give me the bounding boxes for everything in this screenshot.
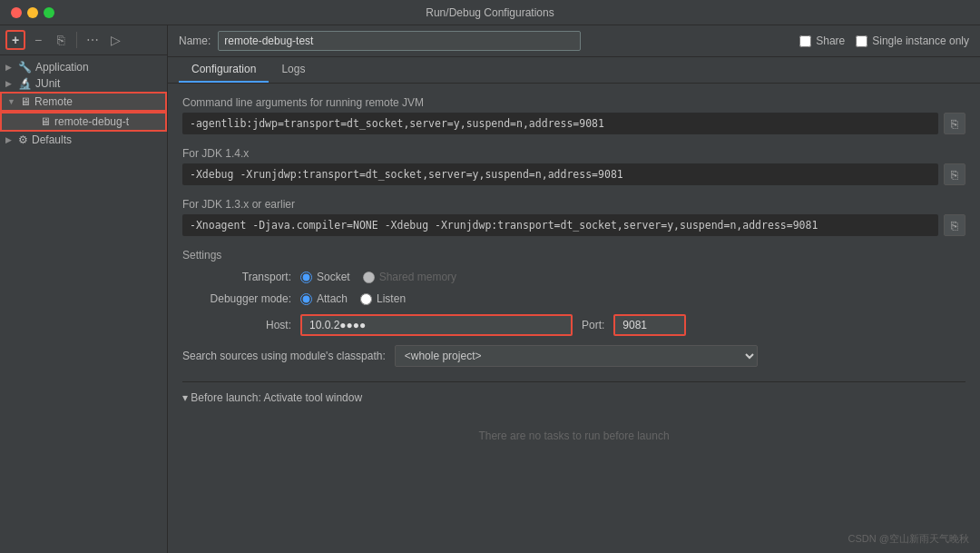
tree-arrow-defaults: ▶	[5, 135, 15, 144]
left-panel: + − ⎘ ⋯ ▷ ▶ 🔧 Application ▶ 🔬 JUnit	[0, 25, 168, 553]
title-bar: Run/Debug Configurations	[0, 0, 980, 25]
defaults-icon: ⚙	[18, 133, 28, 146]
close-button[interactable]	[11, 7, 22, 18]
tree-item-remote[interactable]: ▼ 🖥 Remote	[0, 92, 167, 112]
cmd-jdk13-title: For JDK 1.3.x or earlier	[182, 198, 965, 211]
config-tree: ▶ 🔧 Application ▶ 🔬 JUnit ▼ 🖥 Remote	[0, 55, 167, 553]
name-input[interactable]	[218, 31, 581, 51]
toolbar-separator	[76, 32, 77, 48]
single-instance-label[interactable]: Single instance only	[856, 35, 969, 47]
cmd-jvm-row: -agentlib:jdwp=transport=dt_socket,serve…	[182, 113, 965, 134]
cmd-jdk14-value: -Xdebug -Xrunjdwp:transport=dt_socket,se…	[182, 163, 938, 185]
cmd-jdk13-copy-button[interactable]: ⎘	[944, 214, 965, 236]
single-instance-checkbox[interactable]	[856, 35, 867, 47]
listen-radio-label[interactable]: Listen	[360, 292, 406, 305]
before-launch-section: ▾ Before launch: Activate tool window Th…	[182, 381, 965, 460]
settings-title: Settings	[182, 249, 965, 262]
host-label: Host:	[191, 319, 291, 331]
cmd-jdk13-row: -Xnoagent -Djava.compiler=NONE -Xdebug -…	[182, 214, 965, 236]
tree-item-application[interactable]: ▶ 🔧 Application	[0, 59, 167, 75]
no-tasks-text: There are no tasks to run before launch	[182, 411, 965, 460]
port-label: Port:	[582, 319, 604, 331]
classpath-row: Search sources using module's classpath:…	[182, 345, 965, 367]
tabs: Configuration Logs	[168, 57, 980, 84]
tree-item-junit[interactable]: ▶ 🔬 JUnit	[0, 75, 167, 92]
window-controls[interactable]	[11, 7, 54, 18]
tree-item-remote-debug[interactable]: 🖥 remote-debug-t	[0, 112, 167, 132]
tab-logs[interactable]: Logs	[269, 57, 318, 83]
cmd-jdk14-row: -Xdebug -Xrunjdwp:transport=dt_socket,se…	[182, 163, 965, 185]
right-panel: Name: Share Single instance only Confi	[168, 25, 980, 553]
application-icon: 🔧	[18, 61, 32, 74]
debugger-mode-label: Debugger mode:	[191, 292, 291, 305]
debugger-mode-row: Debugger mode: Attach Listen	[191, 292, 965, 305]
single-instance-text: Single instance only	[872, 35, 969, 47]
cmd-jdk14-copy-button[interactable]: ⎘	[944, 163, 965, 185]
tree-arrow-application: ▶	[5, 63, 15, 72]
transport-radio-group: Socket Shared memory	[300, 271, 456, 283]
tree-arrow-junit: ▶	[5, 79, 15, 88]
tree-label-junit: JUnit	[35, 77, 60, 90]
tree-label-remote-debug: remote-debug-t	[54, 115, 129, 128]
classpath-label: Search sources using module's classpath:	[182, 350, 386, 362]
tree-label-remote: Remote	[34, 95, 73, 108]
shared-memory-radio-text: Shared memory	[379, 271, 456, 283]
shared-memory-radio-label[interactable]: Shared memory	[363, 271, 456, 283]
tree-label-defaults: Defaults	[32, 133, 72, 146]
transport-label: Transport:	[191, 271, 291, 283]
copy-config-button[interactable]: ⎘	[51, 30, 71, 50]
listen-radio[interactable]	[360, 293, 372, 305]
socket-radio[interactable]	[300, 272, 312, 283]
cmd-jvm-copy-button[interactable]: ⎘	[944, 113, 965, 134]
minimize-button[interactable]	[27, 7, 38, 18]
share-area: Share Single instance only	[799, 35, 969, 47]
window-title: Run/Debug Configurations	[426, 6, 554, 19]
transport-row: Transport: Socket Shared memory	[191, 271, 965, 283]
watermark: CSDN @空山新雨天气晚秋	[848, 532, 969, 546]
attach-radio-text: Attach	[317, 292, 348, 305]
tree-arrow-remote: ▼	[7, 97, 16, 106]
share-checkbox-label[interactable]: Share	[799, 35, 845, 47]
shared-memory-radio[interactable]	[363, 272, 375, 283]
classpath-select[interactable]: <whole project>	[395, 345, 758, 367]
move-config-button[interactable]: ⋯	[83, 30, 103, 50]
settings-grid: Transport: Socket Shared memory	[182, 271, 965, 336]
cmd-jvm-value: -agentlib:jdwp=transport=dt_socket,serve…	[182, 113, 938, 134]
attach-radio-label[interactable]: Attach	[300, 292, 348, 305]
share-checkbox[interactable]	[799, 35, 811, 47]
remote-debug-icon: 🖥	[40, 115, 51, 128]
remote-icon: 🖥	[20, 95, 31, 108]
debugger-mode-radio-group: Attach Listen	[300, 292, 406, 305]
before-launch-label: ▾ Before launch: Activate tool window	[182, 391, 362, 404]
attach-radio[interactable]	[300, 293, 312, 305]
tree-item-defaults[interactable]: ▶ ⚙ Defaults	[0, 132, 167, 148]
add-config-button[interactable]: +	[5, 30, 25, 50]
host-port-row: Host: Port:	[191, 314, 965, 336]
left-toolbar: + − ⎘ ⋯ ▷	[0, 25, 167, 55]
port-input[interactable]	[613, 314, 686, 336]
name-label: Name:	[179, 35, 211, 47]
content-area: Command line arguments for running remot…	[168, 84, 980, 553]
host-input[interactable]	[300, 314, 573, 336]
name-bar: Name: Share Single instance only	[168, 25, 980, 57]
socket-radio-text: Socket	[317, 271, 350, 283]
expand-button[interactable]: ▷	[105, 30, 125, 50]
remove-config-button[interactable]: −	[28, 30, 48, 50]
junit-icon: 🔬	[18, 77, 32, 90]
cmd-jdk14-title: For JDK 1.4.x	[182, 147, 965, 160]
tree-label-application: Application	[35, 61, 89, 74]
cmd-jdk13-value: -Xnoagent -Djava.compiler=NONE -Xdebug -…	[182, 214, 938, 236]
before-launch-header[interactable]: ▾ Before launch: Activate tool window	[182, 391, 965, 404]
tab-configuration[interactable]: Configuration	[179, 57, 269, 83]
cmd-jvm-title: Command line arguments for running remot…	[182, 96, 965, 109]
share-label-text: Share	[816, 35, 845, 47]
socket-radio-label[interactable]: Socket	[300, 271, 350, 283]
maximize-button[interactable]	[44, 7, 54, 18]
listen-radio-text: Listen	[377, 292, 406, 305]
